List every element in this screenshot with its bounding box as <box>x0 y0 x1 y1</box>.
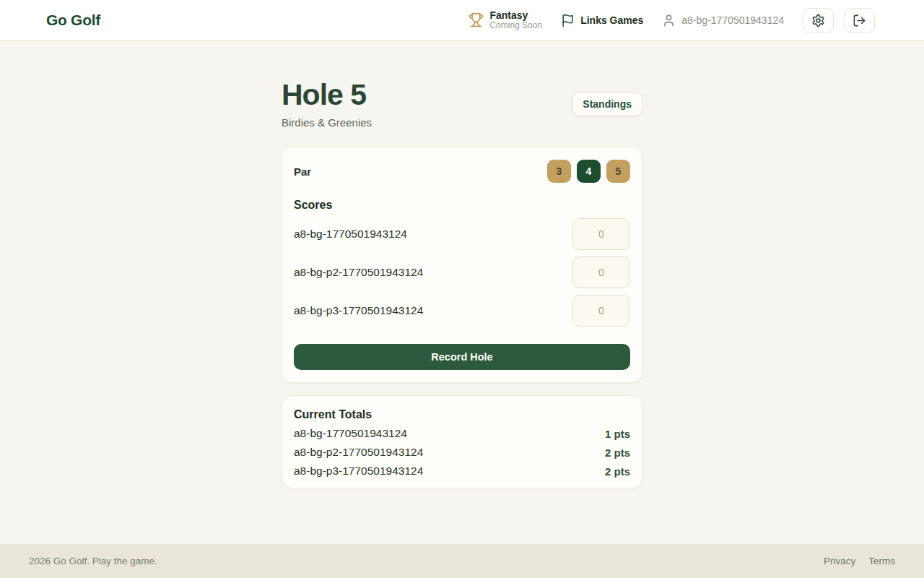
total-points: 1 pts <box>605 428 630 440</box>
player-name: a8-bg-1770501943124 <box>294 228 407 241</box>
flag-icon <box>561 14 575 27</box>
score-input-player2[interactable] <box>572 256 630 288</box>
logout-button[interactable] <box>844 8 875 33</box>
navbar: Go Golf Fantasy Coming Soon <box>0 0 924 41</box>
nav-item-links-games[interactable]: Links Games <box>561 14 643 27</box>
main-content: Hole 5 Birdies & Greenies Standings Par … <box>0 41 924 544</box>
score-card: Par 3 4 5 Scores a8-bg-1770501943124 a8-… <box>282 147 642 383</box>
par-option-4[interactable]: 4 <box>577 160 601 183</box>
fantasy-label: Fantasy <box>489 9 542 21</box>
score-row: a8-bg-1770501943124 <box>294 218 630 250</box>
par-option-5[interactable]: 5 <box>606 160 630 183</box>
fantasy-coming-soon: Coming Soon <box>489 21 542 31</box>
player-name: a8-bg-p3-1770501943124 <box>294 304 423 317</box>
player-name: a8-bg-p2-1770501943124 <box>294 266 423 279</box>
score-row: a8-bg-p2-1770501943124 <box>294 256 630 288</box>
totals-heading: Current Totals <box>294 408 630 421</box>
settings-button[interactable] <box>803 8 834 33</box>
total-player-name: a8-bg-p3-1770501943124 <box>294 465 423 478</box>
standings-button[interactable]: Standings <box>572 92 642 116</box>
gear-icon <box>811 14 825 27</box>
navbar-right: Fantasy Coming Soon Links Games a8-bg-17… <box>468 8 875 33</box>
par-label: Par <box>294 165 311 178</box>
page-header: Hole 5 Birdies & Greenies Standings <box>282 79 642 129</box>
total-points: 2 pts <box>605 447 630 459</box>
par-options: 3 4 5 <box>547 160 630 183</box>
logout-icon <box>853 14 866 27</box>
total-row: a8-bg-p2-1770501943124 2 pts <box>294 446 630 459</box>
page-subtitle: Birdies & Greenies <box>282 116 372 129</box>
totals-card: Current Totals a8-bg-1770501943124 1 pts… <box>282 395 642 488</box>
total-row: a8-bg-1770501943124 1 pts <box>294 427 630 440</box>
nav-item-fantasy[interactable]: Fantasy Coming Soon <box>468 9 542 31</box>
links-games-label: Links Games <box>580 14 643 26</box>
footer-links: Privacy Terms <box>824 556 895 566</box>
total-row: a8-bg-p3-1770501943124 2 pts <box>294 465 630 478</box>
par-row: Par 3 4 5 <box>294 160 630 183</box>
score-input-player1[interactable] <box>572 218 630 250</box>
terms-link[interactable]: Terms <box>868 556 895 566</box>
trophy-icon <box>468 12 484 27</box>
privacy-link[interactable]: Privacy <box>824 556 855 566</box>
total-points: 2 pts <box>605 465 630 478</box>
user-icon <box>662 14 676 27</box>
total-player-name: a8-bg-1770501943124 <box>294 427 407 440</box>
brand-logo[interactable]: Go Golf <box>46 12 100 29</box>
user-id-text: a8-bg-1770501943124 <box>681 14 784 26</box>
page-title: Hole 5 <box>282 79 372 111</box>
record-hole-button[interactable]: Record Hole <box>294 344 630 370</box>
par-option-3[interactable]: 3 <box>547 160 571 183</box>
score-input-player3[interactable] <box>572 295 630 327</box>
scores-heading: Scores <box>294 199 630 212</box>
navbar-buttons <box>803 8 875 33</box>
nav-item-user[interactable]: a8-bg-1770501943124 <box>662 14 784 27</box>
score-row: a8-bg-p3-1770501943124 <box>294 295 630 327</box>
footer: 2026 Go Golf. Play the game. Privacy Ter… <box>0 544 924 578</box>
total-player-name: a8-bg-p2-1770501943124 <box>294 446 423 459</box>
footer-copyright: 2026 Go Golf. Play the game. <box>29 556 157 566</box>
